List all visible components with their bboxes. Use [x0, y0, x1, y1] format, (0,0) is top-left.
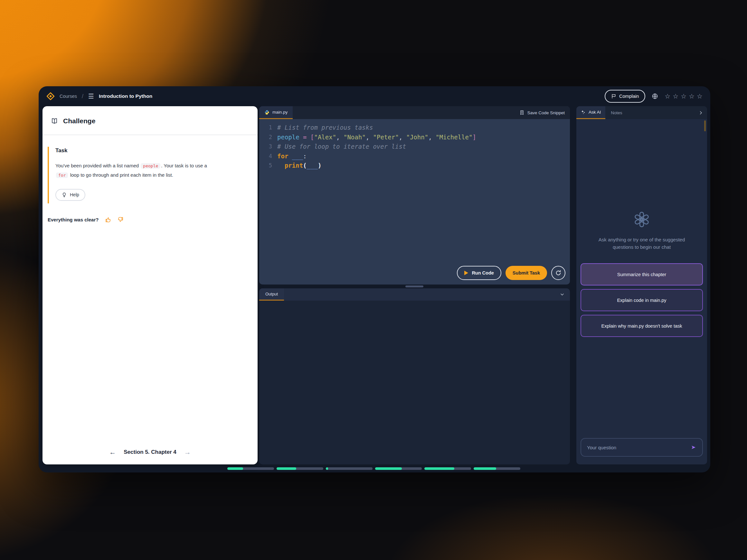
star-icon[interactable]: ☆	[665, 93, 670, 100]
progress-segment	[424, 467, 471, 470]
task-description: You've been provided with a list named p…	[55, 161, 219, 180]
complain-button[interactable]: Complain	[605, 90, 645, 103]
code-line: 2people = ["Alex", "Noah", "Peter", "Joh…	[264, 133, 570, 142]
run-code-label: Run Code	[472, 270, 494, 275]
play-icon	[464, 271, 468, 275]
rating-stars: ☆ ☆ ☆ ☆ ☆	[665, 93, 702, 100]
lightbulb-icon	[61, 192, 67, 197]
chevron-down-icon	[560, 292, 565, 297]
chevron-right-icon	[698, 110, 703, 115]
brand-logo-icon[interactable]	[46, 92, 55, 100]
ask-ai-label: Ask AI	[589, 110, 601, 114]
code-line: 4for ___:	[264, 152, 570, 161]
submit-task-button[interactable]: Submit Task	[506, 266, 547, 280]
task-panel: Challenge Task You've been provided with…	[43, 106, 258, 464]
tab-output[interactable]: Output	[259, 288, 284, 301]
editor-tab-strip: main.py Save Code Snippet	[259, 106, 570, 119]
flag-icon	[611, 94, 616, 99]
task-text: . Your task is to use a	[161, 163, 207, 168]
feedback-row: Everything was clear?	[48, 216, 258, 223]
save-snippet-label: Save Code Snippet	[527, 110, 565, 115]
tab-main-py[interactable]: main.py	[259, 106, 293, 119]
progress-segment	[326, 467, 372, 470]
refresh-icon	[555, 270, 562, 276]
challenge-title: Challenge	[63, 117, 95, 125]
python-icon	[264, 110, 269, 115]
thumbs-up-icon[interactable]	[105, 216, 112, 223]
language-globe-icon[interactable]	[652, 93, 658, 100]
chapter-label: Section 5. Chapter 4	[124, 449, 176, 455]
run-code-button[interactable]: Run Code	[457, 266, 501, 280]
task-panel-header: Challenge	[43, 106, 258, 135]
panel-resize-handle[interactable]	[405, 286, 423, 287]
breadcrumb: Courses / ☰ Introduction to Python	[46, 92, 152, 100]
tab-ask-ai[interactable]: Ask AI	[576, 106, 605, 119]
progress-segment	[375, 467, 422, 470]
collapse-output-button[interactable]	[555, 288, 570, 301]
breadcrumb-courses[interactable]: Courses	[59, 94, 77, 99]
breadcrumb-separator: /	[82, 93, 83, 100]
task-block: Task You've been provided with a list na…	[48, 147, 258, 204]
progress-segment	[277, 467, 323, 470]
suggestion-explain-code[interactable]: Explain code in main.py	[581, 289, 703, 311]
complain-label: Complain	[619, 94, 639, 99]
code-line: 5 print(___)	[264, 161, 570, 170]
suggestion-explain-why-fails[interactable]: Explain why main.py doesn't solve task	[581, 315, 703, 337]
chapter-navigation: ← Section 5. Chapter 4 →	[43, 448, 258, 456]
prev-chapter-arrow[interactable]: ←	[109, 448, 116, 456]
code-chip-people: people	[141, 163, 160, 169]
star-icon[interactable]: ☆	[697, 93, 702, 100]
task-text: loop to go through and print each item i…	[69, 172, 173, 178]
help-button[interactable]: Help	[55, 189, 85, 201]
ai-sparkles-icon	[581, 110, 586, 114]
ai-panel: Ask AI Notes Ask anything or try one of …	[576, 106, 707, 464]
ai-tab-strip: Ask AI Notes	[576, 106, 707, 119]
star-icon[interactable]: ☆	[673, 93, 678, 100]
star-icon[interactable]: ☆	[689, 93, 695, 100]
star-icon[interactable]: ☆	[681, 93, 687, 100]
send-icon[interactable]	[691, 445, 696, 450]
bookmark-save-icon	[519, 110, 524, 115]
app-window: Courses / ☰ Introduction to Python Compl…	[38, 86, 710, 473]
suggestion-summarize-chapter[interactable]: Summarize this chapter	[581, 263, 703, 286]
ai-empty-state: Ask anything or try one of the suggested…	[576, 212, 707, 251]
code-chip-for: for	[56, 172, 68, 178]
ai-question-inputbox	[581, 438, 703, 457]
reset-code-button[interactable]	[551, 266, 565, 280]
task-text: You've been provided with a list named	[55, 163, 140, 168]
code-editor-panel: main.py Save Code Snippet 1# List from p…	[259, 106, 570, 285]
progress-segment	[227, 467, 274, 470]
save-snippet-button[interactable]: Save Code Snippet	[514, 106, 570, 119]
feedback-thumbs	[105, 216, 124, 223]
top-bar: Courses / ☰ Introduction to Python Compl…	[38, 86, 710, 106]
output-header: Output	[259, 288, 570, 301]
progress-bar	[227, 467, 520, 470]
collapse-ai-panel-button[interactable]	[695, 106, 707, 119]
ai-scrollbar-thumb[interactable]	[704, 121, 706, 131]
task-heading: Task	[55, 148, 258, 154]
output-panel: Output	[259, 288, 570, 464]
tab-notes[interactable]: Notes	[605, 106, 627, 119]
ai-question-input[interactable]	[587, 445, 688, 450]
feedback-question: Everything was clear?	[48, 217, 99, 222]
tab-label: main.py	[273, 110, 287, 114]
code-line: 1# List from previous tasks	[264, 123, 570, 133]
code-line: 3# Use for loop to iterate over list	[264, 142, 570, 152]
editor-actions: Run Code Submit Task	[457, 266, 565, 280]
code-editor[interactable]: 1# List from previous tasks2people = ["A…	[259, 119, 570, 170]
ai-suggestions: Summarize this chapter Explain code in m…	[581, 263, 703, 337]
top-bar-actions: Complain ☆ ☆ ☆ ☆ ☆	[605, 90, 702, 103]
next-chapter-arrow[interactable]: →	[184, 448, 191, 456]
progress-segment	[474, 467, 520, 470]
help-label: Help	[70, 192, 79, 197]
page-title: Introduction to Python	[99, 93, 152, 99]
book-icon	[51, 117, 58, 125]
openai-logo-icon	[634, 212, 649, 227]
thumbs-down-icon[interactable]	[117, 216, 124, 223]
syllabus-menu-icon[interactable]: ☰	[88, 93, 94, 100]
ai-empty-text: Ask anything or try one of the suggested…	[588, 236, 696, 251]
